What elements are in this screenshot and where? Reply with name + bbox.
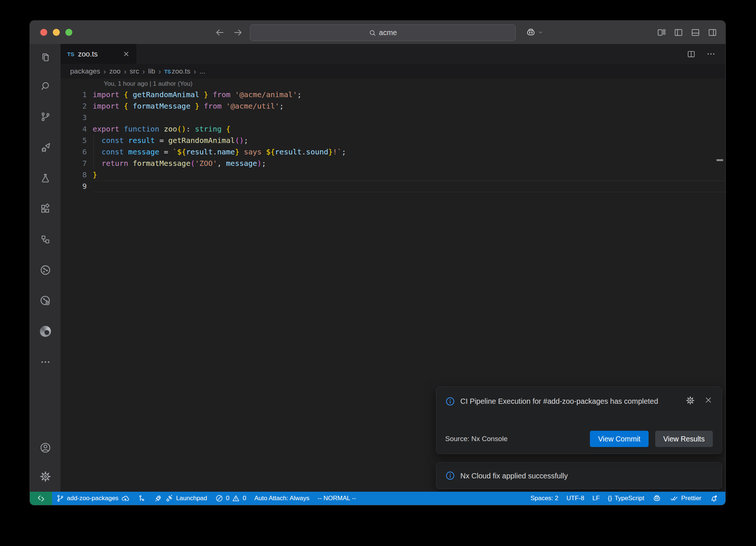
copilot-menu[interactable]: [525, 21, 543, 44]
nx-console-icon: [39, 264, 51, 276]
sidebar-item-search[interactable]: [30, 71, 61, 101]
branch-name: add-zoo-packages: [67, 495, 118, 502]
status-bar: add-zoo-packages Launchpad 0 0 Auto Atta…: [30, 492, 725, 505]
more-icon: [40, 356, 51, 368]
copilot-status-item[interactable]: [648, 492, 666, 505]
code-line[interactable]: import { formatMessage } from '@acme/uti…: [93, 100, 725, 112]
line-number: 5: [61, 135, 93, 146]
breadcrumb-label: zoo.ts: [172, 67, 190, 75]
plug-icon: [165, 494, 173, 503]
back-arrow-icon[interactable]: [214, 27, 225, 38]
breadcrumb-item[interactable]: ...: [199, 67, 205, 75]
account-icon: [39, 442, 51, 454]
zoom-window-button[interactable]: [65, 29, 72, 36]
breadcrumb-item[interactable]: src: [130, 67, 139, 75]
notification-message: CI Pipeline Execution for #add-zoo-packa…: [460, 394, 658, 408]
tab-label: zoo.ts: [78, 50, 97, 58]
toggle-sidebar-left-icon[interactable]: [674, 28, 683, 37]
code-line[interactable]: const message = `${result.name} says ${r…: [93, 146, 725, 158]
sidebar-item-nx-console[interactable]: [30, 255, 61, 285]
sidebar-item-explorer[interactable]: [30, 44, 61, 71]
breadcrumb-separator-icon: ›: [103, 67, 106, 76]
indentation-item[interactable]: Spaces: 2: [526, 492, 563, 505]
problems-item[interactable]: 0 0: [211, 492, 250, 505]
command-center-search[interactable]: acme: [250, 24, 516, 41]
git-blame-annotation: You, 1 hour ago | 1 author (You): [93, 79, 725, 89]
notification-nx-cloud-fix[interactable]: Nx Cloud fix applied successfully: [436, 462, 722, 489]
eol-item[interactable]: LF: [588, 492, 604, 505]
toggle-sidebar-right-icon[interactable]: [708, 28, 717, 37]
code-line[interactable]: import { getRandomAnimal } from '@acme/a…: [93, 89, 725, 100]
title-bar: acme: [30, 21, 725, 44]
auto-attach-item[interactable]: Auto Attach: Always: [250, 492, 313, 505]
code-line[interactable]: const result = getRandomAnimal();: [93, 135, 725, 146]
code-line[interactable]: [93, 112, 725, 123]
view-results-button[interactable]: View Results: [655, 431, 713, 447]
typescript-file-icon: TS: [67, 51, 74, 57]
encoding-item[interactable]: UTF-8: [563, 492, 588, 505]
sidebar-item-edge[interactable]: [30, 316, 61, 347]
line-number: 4: [61, 123, 93, 135]
notifications-bell[interactable]: [705, 492, 722, 505]
line-number: 1: [61, 89, 93, 100]
double-check-icon: [670, 494, 678, 503]
sidebar-item-testing[interactable]: [30, 163, 61, 193]
git-branch-icon: [56, 494, 64, 502]
error-icon: [215, 494, 223, 502]
git-branch-item[interactable]: add-zoo-packages: [52, 492, 134, 505]
breadcrumb-item[interactable]: zoo: [109, 67, 121, 75]
sidebar-item-references[interactable]: [30, 224, 61, 255]
notification-ci-pipeline[interactable]: CI Pipeline Execution for #add-zoo-packa…: [436, 386, 722, 454]
view-commit-button[interactable]: View Commit: [590, 431, 649, 447]
breadcrumb-label: packages: [70, 67, 100, 75]
code-line[interactable]: export function zoo(): string {: [93, 123, 725, 135]
notification-message: Nx Cloud fix applied successfully: [460, 469, 568, 483]
git-graph-item[interactable]: [134, 492, 150, 505]
line-number: 7: [61, 158, 93, 169]
split-editor-icon[interactable]: [687, 50, 696, 59]
search-icon: [40, 81, 51, 92]
toggle-panel-icon[interactable]: [691, 28, 700, 37]
breadcrumb-item[interactable]: lib: [148, 67, 155, 75]
sidebar-item-extensions[interactable]: [30, 193, 61, 224]
settings-gear-icon: [39, 471, 51, 482]
remote-indicator[interactable]: [30, 492, 52, 505]
breadcrumb-item[interactable]: TSzoo.ts: [164, 67, 190, 75]
code-line[interactable]: }: [93, 169, 725, 181]
breadcrumb-item[interactable]: packages: [70, 67, 100, 75]
more-actions-icon[interactable]: [706, 49, 716, 59]
customize-layout-icon[interactable]: [657, 28, 666, 37]
code-line[interactable]: [93, 181, 725, 192]
line-number: 8: [61, 169, 93, 181]
vim-mode-item[interactable]: -- NORMAL --: [313, 492, 360, 505]
explorer-icon: [40, 52, 51, 63]
sidebar-item-nx-cloud[interactable]: [30, 285, 61, 316]
prettier-item[interactable]: Prettier: [666, 492, 705, 505]
warning-count: 0: [243, 495, 246, 502]
language-item[interactable]: {} TypeScript: [604, 492, 649, 505]
account-button[interactable]: [30, 434, 61, 461]
launchpad-item[interactable]: Launchpad: [150, 492, 211, 505]
settings-button[interactable]: [30, 461, 61, 492]
breadcrumb-separator-icon: ›: [158, 67, 161, 76]
tab-zoo-ts[interactable]: TS zoo.ts: [61, 44, 137, 64]
close-tab-icon[interactable]: [123, 50, 130, 58]
sidebar-item-more[interactable]: [30, 347, 61, 377]
breadcrumb-label: lib: [148, 67, 155, 75]
indent-guide: [93, 135, 94, 169]
close-icon[interactable]: [704, 396, 713, 405]
nav-arrows: [214, 21, 243, 44]
forward-arrow-icon[interactable]: [233, 27, 243, 38]
breadcrumb-label: src: [130, 67, 139, 75]
breadcrumb-label: ...: [199, 67, 205, 75]
gear-icon[interactable]: [685, 396, 695, 405]
sidebar-item-run-debug[interactable]: [30, 132, 61, 163]
sidebar-item-source-control[interactable]: [30, 101, 61, 132]
code-line[interactable]: return formatMessage('ZOO', message);: [93, 158, 725, 169]
close-window-button[interactable]: [40, 29, 47, 36]
info-icon: [445, 396, 455, 406]
nx-cloud-icon: [39, 295, 51, 307]
testing-icon: [40, 173, 51, 184]
minimize-window-button[interactable]: [53, 29, 60, 36]
copilot-icon: [525, 27, 536, 38]
